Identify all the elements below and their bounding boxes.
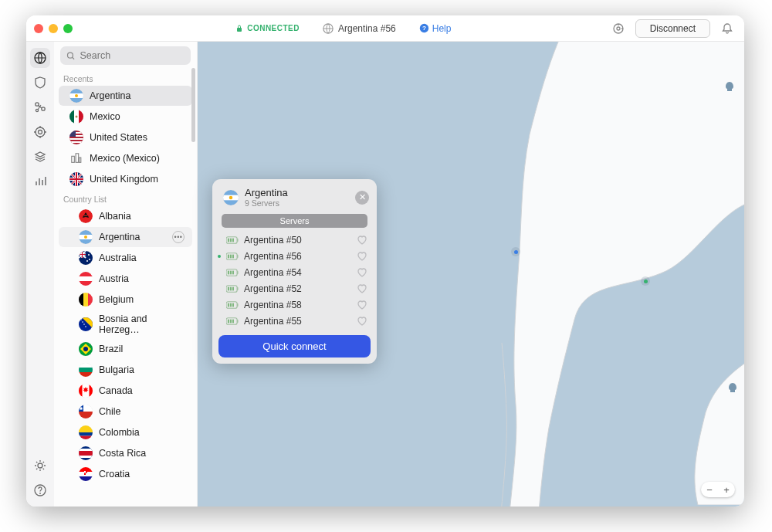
country-item[interactable]: Bulgaria	[59, 360, 192, 380]
country-label: Costa Rica	[99, 448, 146, 459]
country-label: Argentina	[99, 232, 141, 242]
server-row[interactable]: Argentina #50	[222, 232, 367, 248]
server-name: Argentina #55	[244, 316, 302, 327]
ba-flag-icon	[79, 317, 93, 331]
rail-security[interactable]	[30, 73, 50, 93]
cl-flag-icon	[79, 405, 93, 418]
rail-dedicated[interactable]	[30, 122, 50, 142]
country-label: Croatia	[99, 469, 130, 479]
load-icon	[226, 285, 239, 293]
map-marker-active[interactable]	[511, 247, 520, 256]
window-minimize-button[interactable]	[49, 24, 58, 33]
ar-flag-icon	[69, 89, 83, 103]
recent-item[interactable]: United States	[59, 127, 192, 147]
rail-presets[interactable]	[30, 147, 50, 167]
titlebar: CONNECTED Argentina #56 ? Help Disconnec…	[26, 15, 744, 42]
recent-item[interactable]: Mexico (Mexico)	[59, 148, 192, 168]
map-marker[interactable]	[641, 276, 650, 286]
recent-label: United Kingdom	[90, 174, 158, 185]
zoom-control: − +	[701, 482, 735, 497]
country-item[interactable]: Argentina•••	[59, 227, 192, 247]
country-item[interactable]: Chile	[59, 402, 192, 422]
br-flag-icon	[79, 342, 93, 356]
search-input[interactable]	[80, 50, 185, 61]
rail-specialty[interactable]	[30, 97, 50, 117]
server-list: Argentina #50Argentina #56Argentina #54A…	[212, 232, 377, 332]
lock-icon	[236, 25, 242, 32]
favorite-button[interactable]	[357, 235, 367, 246]
zoom-out-button[interactable]: −	[706, 484, 713, 496]
globe-icon	[323, 23, 334, 34]
quick-connect-label: Quick connect	[262, 341, 326, 352]
server-row[interactable]: Argentina #58	[222, 297, 367, 313]
ar-flag-icon	[79, 230, 93, 244]
disconnect-button[interactable]: Disconnect	[635, 19, 710, 38]
popover-title: Argentina	[245, 187, 288, 198]
app-window: CONNECTED Argentina #56 ? Help Disconnec…	[26, 15, 744, 507]
rail-settings[interactable]	[30, 456, 50, 476]
recent-label: Mexico (Mexico)	[90, 153, 160, 164]
recent-label: United States	[90, 132, 147, 143]
be-flag-icon	[79, 293, 93, 307]
recent-label: Argentina	[90, 90, 131, 101]
zoom-in-button[interactable]: +	[723, 484, 730, 496]
help-link[interactable]: ? Help	[419, 23, 452, 34]
svg-text:?: ?	[422, 25, 426, 32]
rail-countries[interactable]	[30, 48, 50, 68]
quick-connect-button[interactable]: Quick connect	[218, 335, 371, 357]
server-row[interactable]: Argentina #55	[222, 313, 367, 329]
at-flag-icon	[79, 272, 93, 286]
country-item[interactable]: Belgium	[59, 290, 192, 310]
country-item[interactable]: Austria	[59, 269, 192, 289]
country-label: Canada	[99, 385, 133, 396]
rail-help[interactable]	[30, 480, 50, 500]
sidebar: Recents ArgentinaMexicoUnited StatesMexi…	[54, 42, 198, 507]
active-dot-icon	[218, 255, 221, 258]
search-box[interactable]	[60, 46, 191, 65]
recent-item[interactable]: Argentina	[59, 86, 192, 106]
country-item[interactable]: Croatia	[59, 464, 192, 484]
country-label: Colombia	[99, 427, 140, 438]
server-row[interactable]: Argentina #54	[222, 265, 367, 280]
country-item[interactable]: Canada	[59, 381, 192, 401]
country-item[interactable]: Brazil	[59, 339, 192, 359]
rail-stats[interactable]	[30, 171, 50, 191]
scrollbar-thumb[interactable]	[191, 68, 195, 142]
more-button[interactable]: •••	[172, 231, 185, 243]
shield-icon	[34, 76, 46, 89]
server-name: Argentina #58	[244, 300, 302, 310]
current-server[interactable]: Argentina #56	[323, 23, 396, 34]
favorite-button[interactable]	[357, 251, 367, 262]
popover-close-button[interactable]: ✕	[355, 191, 369, 205]
server-row[interactable]: Argentina #52	[222, 281, 367, 296]
country-label: Bosnia and Herzeg…	[99, 313, 185, 335]
network-icon	[34, 101, 46, 114]
country-item[interactable]: Colombia	[59, 422, 192, 442]
current-server-label: Argentina #56	[338, 23, 396, 34]
window-close-button[interactable]	[34, 24, 43, 33]
recent-item[interactable]: Mexico	[59, 107, 192, 127]
country-item[interactable]: Costa Rica	[59, 443, 192, 463]
favorite-button[interactable]	[357, 283, 367, 294]
country-item[interactable]: Bosnia and Herzeg…	[59, 310, 192, 338]
popover-subtitle: 9 Servers	[245, 198, 288, 208]
recent-item[interactable]: United Kingdom	[59, 169, 192, 189]
popover-tab-servers[interactable]: Servers	[222, 214, 367, 228]
server-popover: Argentina 9 Servers ✕ Servers Argentina …	[212, 179, 377, 364]
country-label: Bulgaria	[99, 364, 134, 375]
connection-status: CONNECTED	[236, 24, 300, 32]
country-item[interactable]: Albania	[59, 206, 192, 226]
server-row[interactable]: Argentina #56	[222, 249, 367, 264]
favorite-button[interactable]	[357, 300, 367, 310]
nav-rail	[26, 42, 54, 507]
dashboard-button[interactable]	[609, 19, 628, 38]
connection-status-text: CONNECTED	[247, 24, 300, 32]
favorite-button[interactable]	[357, 267, 367, 278]
country-label: Belgium	[99, 294, 134, 305]
stats-icon	[34, 175, 46, 188]
notifications-button[interactable]	[718, 19, 736, 38]
favorite-button[interactable]	[357, 316, 367, 327]
window-zoom-button[interactable]	[63, 24, 73, 33]
country-item[interactable]: Australia	[59, 248, 192, 268]
server-name: Argentina #50	[244, 235, 302, 246]
